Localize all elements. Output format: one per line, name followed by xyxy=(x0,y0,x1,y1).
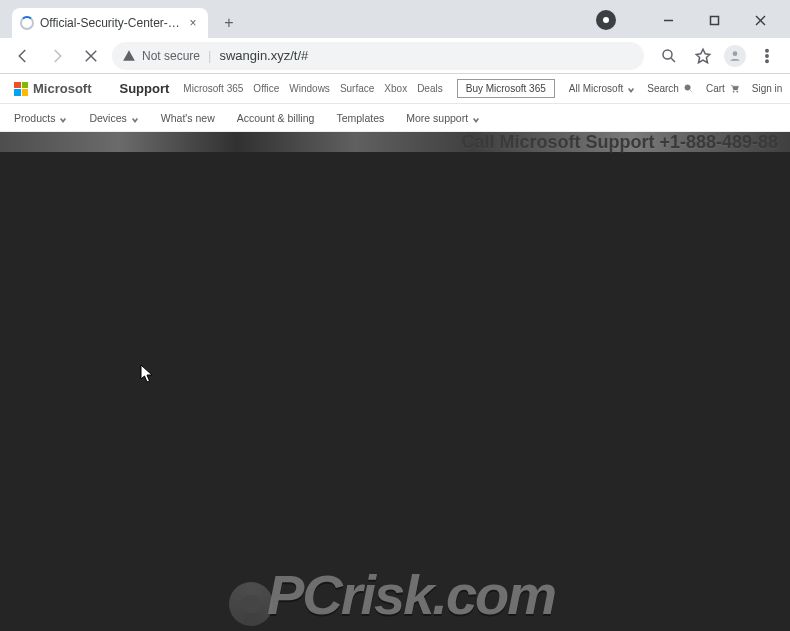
url-text: swangin.xyz/t/# xyxy=(219,48,308,63)
chevron-down-icon xyxy=(131,114,139,122)
chevron-down-icon xyxy=(472,114,480,122)
chevron-down-icon xyxy=(627,85,635,93)
chevron-down-icon xyxy=(59,114,67,122)
watermark-crest-icon xyxy=(229,582,273,626)
svg-line-8 xyxy=(671,58,675,62)
minimize-button[interactable] xyxy=(646,6,690,34)
zoom-search-icon[interactable] xyxy=(656,43,682,69)
microsoft-logo-label: Microsoft xyxy=(33,81,92,96)
all-microsoft-menu[interactable]: All Microsoft xyxy=(569,83,635,94)
search-icon xyxy=(683,83,694,94)
subnav-label: Account & billing xyxy=(237,112,315,124)
close-tab-icon[interactable]: × xyxy=(186,16,200,30)
support-label[interactable]: Support xyxy=(120,81,170,96)
svg-point-17 xyxy=(736,91,737,92)
watermark-right: risk.com xyxy=(341,563,555,626)
header-signin-label: Sign in xyxy=(752,83,783,94)
toolbar-right xyxy=(656,43,780,69)
svg-line-15 xyxy=(690,90,692,92)
header-search-label: Search xyxy=(647,83,679,94)
svg-point-10 xyxy=(733,51,738,56)
header-link-m365[interactable]: Microsoft 365 xyxy=(183,83,243,94)
header-search[interactable]: Search xyxy=(647,83,694,94)
svg-marker-9 xyxy=(696,49,710,63)
header-cart[interactable]: Cart xyxy=(706,83,740,94)
subnav-whats-new[interactable]: What's new xyxy=(161,112,215,124)
all-microsoft-label: All Microsoft xyxy=(569,83,623,94)
svg-marker-19 xyxy=(141,365,152,382)
microsoft-logo[interactable]: Microsoft xyxy=(14,81,92,96)
window-controls xyxy=(646,6,782,34)
header-link-xbox[interactable]: Xbox xyxy=(384,83,407,94)
not-secure-chip[interactable]: Not secure xyxy=(122,49,200,63)
address-bar[interactable]: Not secure | swangin.xyz/t/# xyxy=(112,42,644,70)
ms-header-links: Microsoft 365 Office Windows Surface Xbo… xyxy=(183,83,442,94)
browser-toolbar: Not secure | swangin.xyz/t/# xyxy=(0,38,790,74)
warning-icon xyxy=(122,49,136,63)
header-link-deals[interactable]: Deals xyxy=(417,83,443,94)
forward-button[interactable] xyxy=(44,43,70,69)
header-link-office[interactable]: Office xyxy=(253,83,279,94)
svg-point-12 xyxy=(766,54,768,56)
svg-point-13 xyxy=(766,60,768,62)
scam-call-text: Call Microsoft Support +1-888-489-88 xyxy=(461,132,778,153)
back-button[interactable] xyxy=(10,43,36,69)
page-hero: Call Microsoft Support +1-888-489-88 PCr… xyxy=(0,132,790,631)
svg-point-14 xyxy=(685,85,691,91)
watermark: PCrisk.com xyxy=(0,562,790,627)
svg-point-16 xyxy=(733,91,734,92)
maximize-button[interactable] xyxy=(692,6,736,34)
buy-m365-button[interactable]: Buy Microsoft 365 xyxy=(457,79,555,98)
microsoft-logo-icon xyxy=(14,82,28,96)
cart-icon xyxy=(729,83,740,94)
browser-tab[interactable]: Official-Security-Center-Error(x00 × xyxy=(12,8,208,38)
stop-reload-button[interactable] xyxy=(78,43,104,69)
subnav-account-billing[interactable]: Account & billing xyxy=(237,112,315,124)
loading-spinner-icon xyxy=(20,16,34,30)
subnav-label: More support xyxy=(406,112,468,124)
new-tab-button[interactable]: + xyxy=(216,10,242,36)
kebab-menu-icon[interactable] xyxy=(754,43,780,69)
tab-title: Official-Security-Center-Error(x00 xyxy=(40,16,180,30)
header-signin[interactable]: Sign in xyxy=(752,83,783,94)
svg-rect-2 xyxy=(710,16,718,24)
subnav-devices[interactable]: Devices xyxy=(89,112,138,124)
subnav-label: Templates xyxy=(336,112,384,124)
subnav-templates[interactable]: Templates xyxy=(336,112,384,124)
header-link-windows[interactable]: Windows xyxy=(289,83,330,94)
header-link-surface[interactable]: Surface xyxy=(340,83,374,94)
watermark-left: PC xyxy=(267,563,341,626)
watermark-text: PCrisk.com xyxy=(235,562,555,627)
close-window-button[interactable] xyxy=(738,6,782,34)
profile-dot-icon[interactable] xyxy=(596,10,616,30)
svg-point-0 xyxy=(603,17,609,23)
page-content: Microsoft Support Microsoft 365 Office W… xyxy=(0,74,790,631)
subnav-label: What's new xyxy=(161,112,215,124)
subnav-label: Products xyxy=(14,112,55,124)
ms-header-right: All Microsoft Search Cart Sign in xyxy=(569,78,790,100)
profile-avatar-icon[interactable] xyxy=(724,45,746,67)
svg-point-7 xyxy=(663,50,672,59)
ms-subnav: Products Devices What's new Account & bi… xyxy=(0,104,790,132)
mouse-cursor-icon xyxy=(140,364,154,384)
subnav-products[interactable]: Products xyxy=(14,112,67,124)
ms-header: Microsoft Support Microsoft 365 Office W… xyxy=(0,74,790,104)
tabs-region: Official-Security-Center-Error(x00 × + xyxy=(8,0,242,38)
subnav-label: Devices xyxy=(89,112,126,124)
not-secure-label: Not secure xyxy=(142,49,200,63)
window-titlebar: Official-Security-Center-Error(x00 × + xyxy=(0,0,790,38)
header-cart-label: Cart xyxy=(706,83,725,94)
subnav-more-support[interactable]: More support xyxy=(406,112,480,124)
svg-point-11 xyxy=(766,49,768,51)
bookmark-star-icon[interactable] xyxy=(690,43,716,69)
